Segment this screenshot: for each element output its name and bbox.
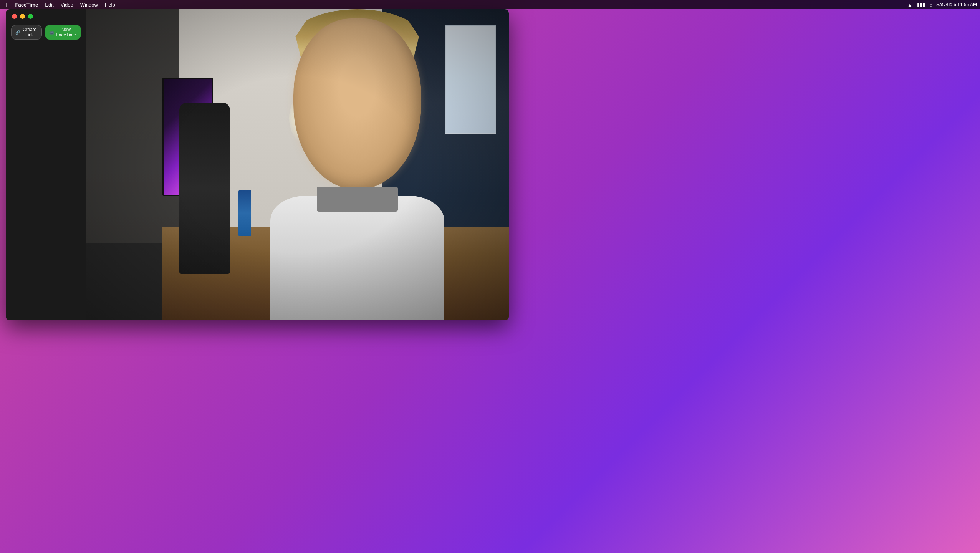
sidebar: 🔗 Create Link 📹 New FaceTime [6,9,86,320]
app-menu-facetime[interactable]: FaceTime [12,0,41,9]
link-icon: 🔗 [15,30,20,35]
menubar-right: ▲ ▮▮▮ ⌕ Sat Aug 6 11:55 AM [906,2,977,8]
minimize-button[interactable] [20,14,25,19]
new-facetime-label: New FaceTime [55,27,77,38]
app-menu-help[interactable]: Help [102,0,118,9]
menubar:  FaceTime Edit Video Window Help ▲ ▮▮▮ … [0,0,980,9]
apple-menu[interactable]:  [3,0,11,9]
person-shirt [270,196,445,320]
wifi-icon[interactable]: ▲ [906,2,914,8]
menubar-left:  FaceTime Edit Video Window Help [3,0,118,9]
person [247,9,479,320]
sidebar-content [6,43,86,320]
app-menu-video[interactable]: Video [58,0,76,9]
datetime-display: Sat Aug 6 11:55 AM [936,2,977,7]
person-face [293,18,421,190]
video-icon: 📹 [49,30,54,35]
battery-icon[interactable]: ▮▮▮ [916,2,926,8]
create-link-button[interactable]: 🔗 Create Link [11,25,42,40]
create-link-label: Create Link [22,27,38,38]
video-feed [86,9,509,320]
sidebar-buttons: 🔗 Create Link 📹 New FaceTime [6,23,86,43]
new-facetime-button[interactable]: 📹 New FaceTime [45,25,81,40]
traffic-lights [6,9,86,23]
maximize-button[interactable] [28,14,33,19]
shirt-collar [317,187,398,212]
video-area [86,9,509,320]
app-window: 🔗 Create Link 📹 New FaceTime [6,9,509,320]
app-menu-window[interactable]: Window [77,0,101,9]
microphone [179,103,230,274]
search-icon[interactable]: ⌕ [929,2,934,8]
app-menu-edit[interactable]: Edit [42,0,56,9]
close-button[interactable] [12,14,17,19]
